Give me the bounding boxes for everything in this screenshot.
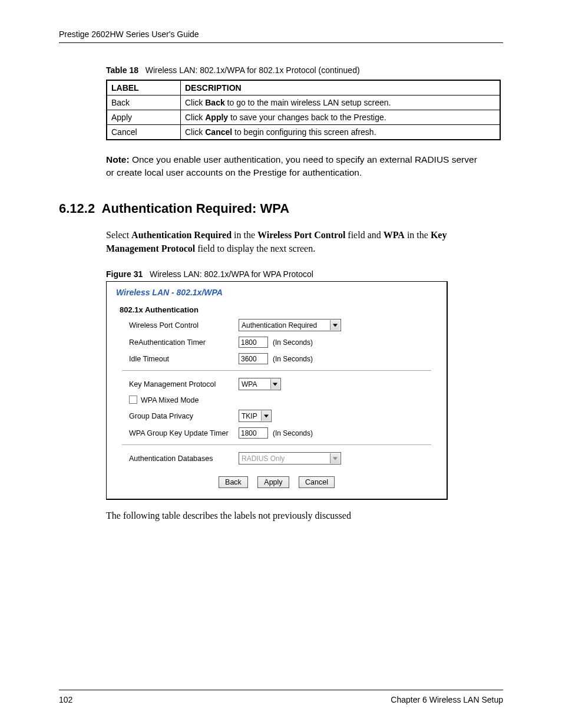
key-mgmt-select[interactable]: WPA — [239, 378, 281, 390]
apply-button[interactable]: Apply — [257, 476, 289, 488]
chevron-down-icon — [330, 453, 340, 463]
idle-timeout-input[interactable] — [239, 353, 268, 364]
figure31-panel: Wireless LAN - 802.1x/WPA 802.1x Authent… — [106, 281, 448, 500]
table18-caption: Table 18 Wireless LAN: 802.1x/WPA for 80… — [106, 65, 503, 75]
label-reauth-timer: ReAuthentication Timer — [129, 338, 239, 347]
page-header: Prestige 2602HW Series User's Guide — [59, 29, 503, 43]
label-wpa-mixed: WPA Mixed Mode — [141, 396, 199, 404]
auth-db-value: RADIUS Only — [239, 454, 329, 463]
suffix-seconds: (In Seconds) — [273, 429, 313, 437]
chapter-label: Chapter 6 Wireless LAN Setup — [391, 695, 503, 704]
row-reauth-timer: ReAuthentication Timer (In Seconds) — [129, 337, 437, 348]
figure-caption-text: Wireless LAN: 802.1x/WPA for WPA Protoco… — [150, 269, 313, 279]
cell-desc: Click Back to go to the main wireless LA… — [181, 95, 501, 110]
key-mgmt-value: WPA — [239, 380, 270, 388]
wpa-mixed-checkbox-row: WPA Mixed Mode — [129, 396, 239, 404]
label-idle-timeout: Idle Timeout — [129, 355, 239, 363]
table18-caption-label: Table 18 — [106, 65, 138, 75]
row-wpa-mixed: WPA Mixed Mode — [129, 396, 437, 404]
subsection-heading: 802.1x Authentication — [120, 305, 437, 314]
row-auth-db: Authentication Databases RADIUS Only — [129, 452, 437, 465]
cancel-button[interactable]: Cancel — [299, 476, 335, 488]
section-title: Authentication Required: WPA — [102, 201, 290, 216]
row-idle-timeout: Idle Timeout (In Seconds) — [129, 353, 437, 364]
divider — [122, 444, 431, 445]
cell-label: Cancel — [107, 125, 181, 140]
label-auth-db: Authentication Databases — [129, 454, 239, 463]
cell-label: Apply — [107, 110, 181, 125]
th-label: LABEL — [107, 80, 181, 95]
cell-label: Back — [107, 95, 181, 110]
chevron-down-icon — [270, 379, 280, 389]
label-key-mgmt: Key Management Protocol — [129, 380, 239, 388]
group-privacy-select[interactable]: TKIP — [239, 410, 272, 422]
suffix-seconds: (In Seconds) — [273, 355, 313, 363]
figure-caption-label: Figure 31 — [106, 269, 143, 279]
chevron-down-icon — [261, 411, 270, 421]
wireless-port-control-select[interactable]: Authentication Required — [239, 319, 341, 331]
guide-title: Prestige 2602HW Series User's Guide — [59, 29, 199, 39]
label-wpa-group-timer: WPA Group Key Update Timer — [129, 429, 239, 437]
cell-desc: Click Cancel to begin configuring this s… — [181, 125, 501, 140]
section-heading: 6.12.2 Authentication Required: WPA — [59, 201, 503, 216]
row-group-privacy: Group Data Privacy TKIP — [129, 410, 437, 422]
after-figure-text: The following table describes the labels… — [106, 510, 503, 521]
page-number: 102 — [59, 695, 72, 704]
cell-desc: Click Apply to save your changes back to… — [181, 110, 501, 125]
page-footer: 102 Chapter 6 Wireless LAN Setup — [59, 690, 503, 704]
note-block: Note: Once you enable user authenticatio… — [106, 153, 503, 180]
note-text: Once you enable user authentication, you… — [106, 154, 477, 177]
divider — [122, 370, 431, 371]
intro-paragraph: Select Authentication Required in the Wi… — [106, 228, 503, 255]
svg-marker-0 — [333, 324, 338, 327]
figure31-caption: Figure 31 Wireless LAN: 802.1x/WPA for W… — [106, 269, 503, 279]
row-wpa-group-timer: WPA Group Key Update Timer (In Seconds) — [129, 427, 437, 439]
panel-title: Wireless LAN - 802.1x/WPA — [116, 288, 437, 297]
label-group-privacy: Group Data Privacy — [129, 412, 239, 420]
wpa-group-timer-input[interactable] — [239, 427, 268, 439]
auth-db-select: RADIUS Only — [239, 452, 341, 465]
table-header-row: LABEL DESCRIPTION — [107, 80, 500, 95]
table-row: Back Click Back to go to the main wirele… — [107, 95, 500, 110]
row-key-mgmt: Key Management Protocol WPA — [129, 378, 437, 390]
wireless-port-control-value: Authentication Required — [239, 321, 329, 330]
table-row: Cancel Click Cancel to begin configuring… — [107, 125, 500, 140]
note-prefix: Note: — [106, 154, 130, 164]
wpa-mixed-checkbox[interactable] — [129, 396, 137, 404]
table18-caption-text: Wireless LAN: 802.1x/WPA for 802.1x Prot… — [146, 65, 360, 75]
svg-marker-3 — [333, 457, 338, 460]
svg-marker-1 — [273, 383, 277, 386]
table18: LABEL DESCRIPTION Back Click Back to go … — [106, 80, 501, 140]
table-row: Apply Click Apply to save your changes b… — [107, 110, 500, 125]
chevron-down-icon — [330, 320, 340, 330]
th-description: DESCRIPTION — [181, 80, 501, 95]
row-wireless-port-control: Wireless Port Control Authentication Req… — [129, 319, 437, 331]
section-number: 6.12.2 — [59, 201, 95, 216]
reauth-timer-input[interactable] — [239, 337, 268, 348]
svg-marker-2 — [264, 414, 269, 417]
label-wireless-port-control: Wireless Port Control — [129, 321, 239, 330]
group-privacy-value: TKIP — [239, 412, 260, 420]
back-button[interactable]: Back — [219, 476, 248, 488]
suffix-seconds: (In Seconds) — [273, 338, 313, 347]
figure-button-row: Back Apply Cancel — [116, 476, 437, 488]
